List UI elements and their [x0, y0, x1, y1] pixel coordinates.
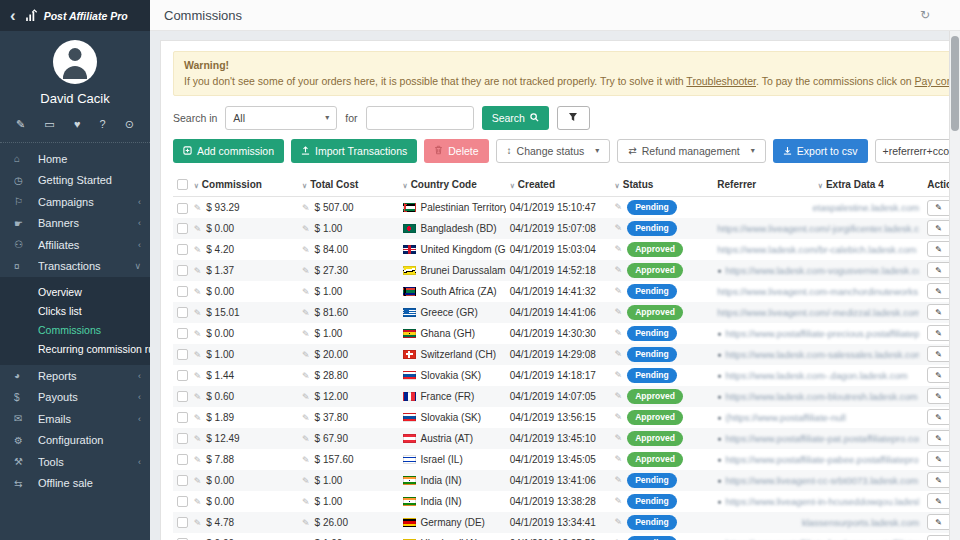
- edit-inline-icon[interactable]: ✎: [194, 476, 202, 486]
- row-checkbox[interactable]: [177, 370, 188, 381]
- edit-row-button[interactable]: ✎: [927, 346, 950, 362]
- edit-inline-icon[interactable]: ✎: [302, 329, 310, 339]
- edit-inline-icon[interactable]: ✎: [194, 287, 202, 297]
- edit-inline-icon[interactable]: ✎: [194, 392, 202, 402]
- edit-inline-icon[interactable]: ✎: [615, 517, 623, 527]
- sidebar-item-banners[interactable]: ☛Banners‹: [0, 213, 150, 235]
- column-header-created[interactable]: ∨Created: [506, 173, 611, 197]
- search-input[interactable]: [366, 106, 474, 130]
- edit-inline-icon[interactable]: ✎: [302, 371, 310, 381]
- edit-inline-icon[interactable]: ✎: [194, 350, 202, 360]
- column-header-status[interactable]: ∨Status: [611, 173, 714, 197]
- sidebar-item-tools[interactable]: ⚒Tools‹: [0, 451, 150, 473]
- column-header-total-cost[interactable]: ∨Total Cost: [298, 173, 398, 197]
- sidebar-item-payouts[interactable]: $Payouts‹: [0, 387, 150, 409]
- edit-inline-icon[interactable]: ✎: [302, 413, 310, 423]
- search-button[interactable]: Search: [482, 106, 549, 130]
- edit-row-button[interactable]: ✎: [927, 514, 950, 530]
- avatar[interactable]: [53, 40, 97, 84]
- row-checkbox[interactable]: [177, 475, 188, 486]
- edit-inline-icon[interactable]: ✎: [194, 308, 202, 318]
- row-checkbox[interactable]: [177, 433, 188, 444]
- sidebar-subitem-recurring-commission-rules[interactable]: Recurring commission rules: [0, 340, 150, 359]
- edit-row-button[interactable]: ✎: [927, 388, 950, 404]
- sidebar-subitem-clicks-list[interactable]: Clicks list: [0, 302, 150, 321]
- heart-icon[interactable]: ♥: [74, 118, 81, 131]
- edit-inline-icon[interactable]: ✎: [615, 328, 623, 338]
- back-chevron-icon[interactable]: ‹: [10, 7, 16, 24]
- row-checkbox[interactable]: [177, 517, 188, 528]
- edit-inline-icon[interactable]: ✎: [194, 203, 202, 213]
- edit-inline-icon[interactable]: ✎: [194, 266, 202, 276]
- edit-inline-icon[interactable]: ✎: [302, 203, 310, 213]
- edit-inline-icon[interactable]: ✎: [302, 266, 310, 276]
- select-all-checkbox[interactable]: [177, 179, 188, 190]
- power-icon[interactable]: ⊙: [125, 118, 134, 131]
- edit-inline-icon[interactable]: ✎: [194, 497, 202, 507]
- column-preset-select[interactable]: +referrerr+ccode ▾: [875, 139, 960, 163]
- refresh-icon[interactable]: ↻: [920, 8, 930, 22]
- row-checkbox[interactable]: [177, 265, 188, 276]
- edit-inline-icon[interactable]: ✎: [302, 518, 310, 528]
- edit-inline-icon[interactable]: ✎: [615, 391, 623, 401]
- edit-row-button[interactable]: ✎: [927, 283, 950, 299]
- add-commission-button[interactable]: Add commission: [173, 139, 284, 163]
- edit-inline-icon[interactable]: ✎: [302, 434, 310, 444]
- edit-row-button[interactable]: ✎: [927, 367, 950, 383]
- edit-inline-icon[interactable]: ✎: [615, 286, 623, 296]
- edit-inline-icon[interactable]: ✎: [194, 329, 202, 339]
- row-checkbox[interactable]: [177, 328, 188, 339]
- scrollbar-track[interactable]: [949, 31, 960, 540]
- edit-row-button[interactable]: ✎: [927, 304, 950, 320]
- edit-inline-icon[interactable]: ✎: [615, 244, 623, 254]
- edit-row-button[interactable]: ✎: [927, 430, 950, 446]
- sidebar-subitem-commissions[interactable]: Commissions: [0, 321, 150, 340]
- edit-inline-icon[interactable]: ✎: [302, 224, 310, 234]
- edit-inline-icon[interactable]: ✎: [615, 496, 623, 506]
- edit-inline-icon[interactable]: ✎: [615, 433, 623, 443]
- edit-inline-icon[interactable]: ✎: [194, 224, 202, 234]
- sidebar-item-campaigns[interactable]: ⚐Campaigns‹: [0, 191, 150, 213]
- sidebar-item-getting-started[interactable]: ◷Getting Started: [0, 170, 150, 192]
- row-checkbox[interactable]: [177, 244, 188, 255]
- edit-inline-icon[interactable]: ✎: [194, 434, 202, 444]
- sidebar-item-configuration[interactable]: ⚙Configuration: [0, 430, 150, 452]
- row-checkbox[interactable]: [177, 203, 188, 214]
- sidebar-item-reports[interactable]: ◕Reports‹: [0, 365, 150, 387]
- edit-inline-icon[interactable]: ✎: [615, 223, 623, 233]
- sidebar-item-transactions[interactable]: ¤Transactions∨: [0, 256, 150, 278]
- row-checkbox[interactable]: [177, 223, 188, 234]
- edit-inline-icon[interactable]: ✎: [194, 245, 202, 255]
- search-field-select[interactable]: All ▾: [225, 106, 337, 130]
- edit-icon[interactable]: ✎: [16, 118, 25, 131]
- edit-inline-icon[interactable]: ✎: [194, 518, 202, 528]
- edit-row-button[interactable]: ✎: [927, 472, 950, 488]
- import-transactions-button[interactable]: Import Transactions: [291, 139, 417, 163]
- edit-inline-icon[interactable]: ✎: [615, 307, 623, 317]
- edit-row-button[interactable]: ✎: [927, 200, 950, 216]
- row-checkbox[interactable]: [177, 412, 188, 423]
- row-checkbox[interactable]: [177, 349, 188, 360]
- edit-row-button[interactable]: ✎: [927, 325, 950, 341]
- edit-inline-icon[interactable]: ✎: [302, 287, 310, 297]
- filter-button[interactable]: [557, 106, 590, 130]
- export-csv-button[interactable]: Export to csv: [773, 139, 868, 163]
- edit-inline-icon[interactable]: ✎: [615, 265, 623, 275]
- row-checkbox[interactable]: [177, 496, 188, 507]
- refund-management-button[interactable]: ⇄ Refund management ▾: [617, 139, 765, 163]
- edit-row-button[interactable]: ✎: [927, 262, 950, 278]
- edit-inline-icon[interactable]: ✎: [615, 412, 623, 422]
- sidebar-item-affiliates[interactable]: ⚇Affiliates‹: [0, 234, 150, 256]
- edit-inline-icon[interactable]: ✎: [194, 455, 202, 465]
- edit-row-button[interactable]: ✎: [927, 409, 950, 425]
- sidebar-item-offline-sale[interactable]: ⇆Offline sale: [0, 473, 150, 495]
- column-header-commission[interactable]: ∨Commission: [190, 173, 298, 197]
- edit-row-button[interactable]: ✎: [927, 241, 950, 257]
- sidebar-item-emails[interactable]: ✉Emails‹: [0, 408, 150, 430]
- edit-inline-icon[interactable]: ✎: [302, 392, 310, 402]
- edit-row-button[interactable]: ✎: [927, 451, 950, 467]
- scrollbar-thumb[interactable]: [951, 36, 959, 131]
- troubleshooter-link[interactable]: Troubleshooter: [686, 75, 756, 87]
- change-status-button[interactable]: ↕ Change status ▾: [496, 139, 611, 163]
- edit-inline-icon[interactable]: ✎: [302, 350, 310, 360]
